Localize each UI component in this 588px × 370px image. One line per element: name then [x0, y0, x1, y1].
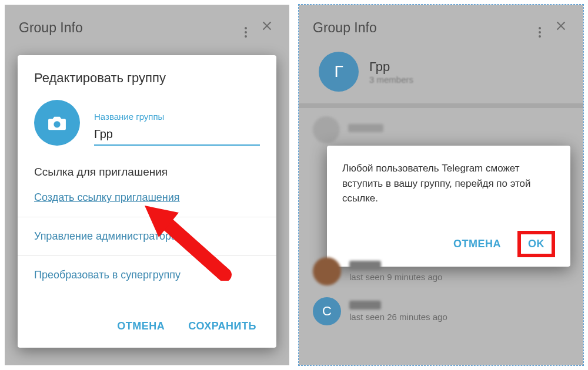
close-icon[interactable] [550, 19, 572, 36]
right-header: Group Info [299, 5, 583, 48]
group-name-row: Название группы [34, 100, 260, 146]
member-name-blurred [349, 301, 381, 310]
convert-supergroup-link[interactable]: Преобразовать в супергруппу [34, 267, 260, 284]
create-invite-link[interactable]: Создать ссылку приглашения [34, 189, 260, 206]
ok-button[interactable]: OK [526, 237, 547, 251]
avatar: С [313, 297, 341, 325]
group-avatar[interactable]: Г [319, 52, 359, 92]
camera-icon [47, 115, 67, 131]
avatar [313, 257, 341, 285]
group-summary: Г Грр 3 members [299, 48, 583, 103]
dialog-title: Редактировать группу [34, 70, 260, 86]
more-icon[interactable] [529, 18, 550, 38]
member-status: last seen 26 minutes ago [349, 312, 569, 322]
member-status: last seen 9 minutes ago [349, 272, 569, 282]
group-name-input[interactable] [94, 125, 260, 146]
left-header: Group Info [5, 5, 289, 48]
member-row[interactable]: last seen 9 minutes ago [313, 251, 569, 291]
member-row[interactable]: С last seen 26 minutes ago [313, 291, 569, 331]
cancel-button[interactable]: ОТМЕНА [113, 315, 168, 337]
member-name-blurred [349, 261, 381, 270]
group-photo-button[interactable] [34, 100, 80, 146]
edit-group-dialog: Редактировать группу Название группы Ссы… [18, 55, 276, 348]
right-header-title: Group Info [313, 20, 529, 36]
right-screenshot: Group Info Г Грр 3 members Любой пользов… [299, 5, 583, 365]
close-icon[interactable] [256, 19, 278, 36]
left-screenshot: Group Info Редактировать группу Название… [5, 5, 289, 365]
more-icon[interactable] [235, 18, 256, 38]
group-members-count: 3 members [369, 75, 413, 85]
confirm-dialog: Любой пользователь Telegram сможет вступ… [327, 146, 570, 267]
invite-section-header: Ссылка для приглашения [34, 166, 260, 179]
save-button[interactable]: СОХРАНИТЬ [185, 315, 260, 337]
members-list: last seen 9 minutes ago С last seen 26 m… [299, 251, 583, 365]
group-name-label: Название группы [94, 112, 260, 122]
group-name: Грр [369, 59, 413, 75]
left-header-title: Group Info [19, 20, 235, 36]
members-strip-blurred [299, 108, 583, 152]
manage-admins-link[interactable]: Управление администраторами [34, 228, 260, 245]
svg-point-0 [54, 121, 60, 127]
confirm-text: Любой пользователь Telegram сможет вступ… [342, 161, 555, 206]
